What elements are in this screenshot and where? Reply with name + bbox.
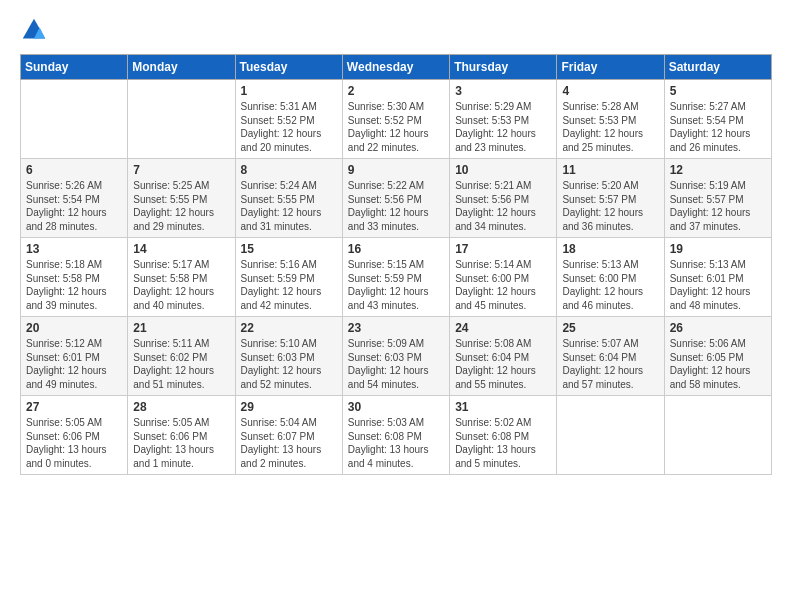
calendar-table: SundayMondayTuesdayWednesdayThursdayFrid… bbox=[20, 54, 772, 475]
day-number: 1 bbox=[241, 84, 337, 98]
calendar-cell: 22Sunrise: 5:10 AM Sunset: 6:03 PM Dayli… bbox=[235, 317, 342, 396]
calendar-week-4: 27Sunrise: 5:05 AM Sunset: 6:06 PM Dayli… bbox=[21, 396, 772, 475]
day-number: 7 bbox=[133, 163, 229, 177]
day-number: 15 bbox=[241, 242, 337, 256]
day-info: Sunrise: 5:20 AM Sunset: 5:57 PM Dayligh… bbox=[562, 179, 658, 233]
calendar-week-0: 1Sunrise: 5:31 AM Sunset: 5:52 PM Daylig… bbox=[21, 80, 772, 159]
day-info: Sunrise: 5:19 AM Sunset: 5:57 PM Dayligh… bbox=[670, 179, 766, 233]
day-info: Sunrise: 5:28 AM Sunset: 5:53 PM Dayligh… bbox=[562, 100, 658, 154]
header-cell-sunday: Sunday bbox=[21, 55, 128, 80]
day-info: Sunrise: 5:02 AM Sunset: 6:08 PM Dayligh… bbox=[455, 416, 551, 470]
calendar-cell: 11Sunrise: 5:20 AM Sunset: 5:57 PM Dayli… bbox=[557, 159, 664, 238]
day-number: 13 bbox=[26, 242, 122, 256]
day-number: 5 bbox=[670, 84, 766, 98]
day-info: Sunrise: 5:14 AM Sunset: 6:00 PM Dayligh… bbox=[455, 258, 551, 312]
day-info: Sunrise: 5:05 AM Sunset: 6:06 PM Dayligh… bbox=[26, 416, 122, 470]
day-info: Sunrise: 5:07 AM Sunset: 6:04 PM Dayligh… bbox=[562, 337, 658, 391]
day-info: Sunrise: 5:10 AM Sunset: 6:03 PM Dayligh… bbox=[241, 337, 337, 391]
day-number: 10 bbox=[455, 163, 551, 177]
calendar-body: 1Sunrise: 5:31 AM Sunset: 5:52 PM Daylig… bbox=[21, 80, 772, 475]
day-info: Sunrise: 5:27 AM Sunset: 5:54 PM Dayligh… bbox=[670, 100, 766, 154]
day-info: Sunrise: 5:22 AM Sunset: 5:56 PM Dayligh… bbox=[348, 179, 444, 233]
calendar-cell: 2Sunrise: 5:30 AM Sunset: 5:52 PM Daylig… bbox=[342, 80, 449, 159]
day-info: Sunrise: 5:08 AM Sunset: 6:04 PM Dayligh… bbox=[455, 337, 551, 391]
day-info: Sunrise: 5:29 AM Sunset: 5:53 PM Dayligh… bbox=[455, 100, 551, 154]
day-number: 4 bbox=[562, 84, 658, 98]
calendar-week-3: 20Sunrise: 5:12 AM Sunset: 6:01 PM Dayli… bbox=[21, 317, 772, 396]
calendar-cell: 30Sunrise: 5:03 AM Sunset: 6:08 PM Dayli… bbox=[342, 396, 449, 475]
page: SundayMondayTuesdayWednesdayThursdayFrid… bbox=[0, 0, 792, 485]
calendar-cell: 12Sunrise: 5:19 AM Sunset: 5:57 PM Dayli… bbox=[664, 159, 771, 238]
day-number: 21 bbox=[133, 321, 229, 335]
calendar-cell: 25Sunrise: 5:07 AM Sunset: 6:04 PM Dayli… bbox=[557, 317, 664, 396]
calendar-cell: 29Sunrise: 5:04 AM Sunset: 6:07 PM Dayli… bbox=[235, 396, 342, 475]
header bbox=[20, 16, 772, 44]
day-info: Sunrise: 5:04 AM Sunset: 6:07 PM Dayligh… bbox=[241, 416, 337, 470]
header-cell-wednesday: Wednesday bbox=[342, 55, 449, 80]
header-cell-thursday: Thursday bbox=[450, 55, 557, 80]
day-info: Sunrise: 5:12 AM Sunset: 6:01 PM Dayligh… bbox=[26, 337, 122, 391]
day-info: Sunrise: 5:09 AM Sunset: 6:03 PM Dayligh… bbox=[348, 337, 444, 391]
calendar-cell: 17Sunrise: 5:14 AM Sunset: 6:00 PM Dayli… bbox=[450, 238, 557, 317]
day-number: 25 bbox=[562, 321, 658, 335]
calendar-cell: 5Sunrise: 5:27 AM Sunset: 5:54 PM Daylig… bbox=[664, 80, 771, 159]
day-number: 19 bbox=[670, 242, 766, 256]
day-info: Sunrise: 5:16 AM Sunset: 5:59 PM Dayligh… bbox=[241, 258, 337, 312]
day-info: Sunrise: 5:06 AM Sunset: 6:05 PM Dayligh… bbox=[670, 337, 766, 391]
calendar-cell: 4Sunrise: 5:28 AM Sunset: 5:53 PM Daylig… bbox=[557, 80, 664, 159]
header-cell-tuesday: Tuesday bbox=[235, 55, 342, 80]
day-info: Sunrise: 5:17 AM Sunset: 5:58 PM Dayligh… bbox=[133, 258, 229, 312]
day-number: 28 bbox=[133, 400, 229, 414]
calendar-cell: 16Sunrise: 5:15 AM Sunset: 5:59 PM Dayli… bbox=[342, 238, 449, 317]
calendar-cell: 26Sunrise: 5:06 AM Sunset: 6:05 PM Dayli… bbox=[664, 317, 771, 396]
calendar-cell: 24Sunrise: 5:08 AM Sunset: 6:04 PM Dayli… bbox=[450, 317, 557, 396]
day-info: Sunrise: 5:15 AM Sunset: 5:59 PM Dayligh… bbox=[348, 258, 444, 312]
day-info: Sunrise: 5:26 AM Sunset: 5:54 PM Dayligh… bbox=[26, 179, 122, 233]
day-number: 20 bbox=[26, 321, 122, 335]
day-info: Sunrise: 5:24 AM Sunset: 5:55 PM Dayligh… bbox=[241, 179, 337, 233]
day-info: Sunrise: 5:05 AM Sunset: 6:06 PM Dayligh… bbox=[133, 416, 229, 470]
day-number: 2 bbox=[348, 84, 444, 98]
header-row: SundayMondayTuesdayWednesdayThursdayFrid… bbox=[21, 55, 772, 80]
header-cell-monday: Monday bbox=[128, 55, 235, 80]
calendar-cell: 15Sunrise: 5:16 AM Sunset: 5:59 PM Dayli… bbox=[235, 238, 342, 317]
day-info: Sunrise: 5:25 AM Sunset: 5:55 PM Dayligh… bbox=[133, 179, 229, 233]
calendar-week-1: 6Sunrise: 5:26 AM Sunset: 5:54 PM Daylig… bbox=[21, 159, 772, 238]
calendar-cell: 21Sunrise: 5:11 AM Sunset: 6:02 PM Dayli… bbox=[128, 317, 235, 396]
calendar-cell: 28Sunrise: 5:05 AM Sunset: 6:06 PM Dayli… bbox=[128, 396, 235, 475]
calendar-cell: 13Sunrise: 5:18 AM Sunset: 5:58 PM Dayli… bbox=[21, 238, 128, 317]
calendar-cell: 9Sunrise: 5:22 AM Sunset: 5:56 PM Daylig… bbox=[342, 159, 449, 238]
day-number: 8 bbox=[241, 163, 337, 177]
day-info: Sunrise: 5:03 AM Sunset: 6:08 PM Dayligh… bbox=[348, 416, 444, 470]
calendar-cell: 8Sunrise: 5:24 AM Sunset: 5:55 PM Daylig… bbox=[235, 159, 342, 238]
calendar-cell: 10Sunrise: 5:21 AM Sunset: 5:56 PM Dayli… bbox=[450, 159, 557, 238]
day-number: 3 bbox=[455, 84, 551, 98]
day-number: 22 bbox=[241, 321, 337, 335]
day-info: Sunrise: 5:11 AM Sunset: 6:02 PM Dayligh… bbox=[133, 337, 229, 391]
day-number: 24 bbox=[455, 321, 551, 335]
day-number: 27 bbox=[26, 400, 122, 414]
calendar-cell: 1Sunrise: 5:31 AM Sunset: 5:52 PM Daylig… bbox=[235, 80, 342, 159]
calendar-cell: 27Sunrise: 5:05 AM Sunset: 6:06 PM Dayli… bbox=[21, 396, 128, 475]
calendar-cell: 7Sunrise: 5:25 AM Sunset: 5:55 PM Daylig… bbox=[128, 159, 235, 238]
day-number: 18 bbox=[562, 242, 658, 256]
day-number: 12 bbox=[670, 163, 766, 177]
day-number: 29 bbox=[241, 400, 337, 414]
logo-icon bbox=[20, 16, 48, 44]
calendar-cell: 31Sunrise: 5:02 AM Sunset: 6:08 PM Dayli… bbox=[450, 396, 557, 475]
calendar-cell: 18Sunrise: 5:13 AM Sunset: 6:00 PM Dayli… bbox=[557, 238, 664, 317]
calendar-cell: 6Sunrise: 5:26 AM Sunset: 5:54 PM Daylig… bbox=[21, 159, 128, 238]
calendar-cell: 3Sunrise: 5:29 AM Sunset: 5:53 PM Daylig… bbox=[450, 80, 557, 159]
logo bbox=[20, 16, 52, 44]
day-info: Sunrise: 5:13 AM Sunset: 6:00 PM Dayligh… bbox=[562, 258, 658, 312]
day-number: 31 bbox=[455, 400, 551, 414]
header-cell-friday: Friday bbox=[557, 55, 664, 80]
day-info: Sunrise: 5:21 AM Sunset: 5:56 PM Dayligh… bbox=[455, 179, 551, 233]
day-info: Sunrise: 5:31 AM Sunset: 5:52 PM Dayligh… bbox=[241, 100, 337, 154]
day-info: Sunrise: 5:30 AM Sunset: 5:52 PM Dayligh… bbox=[348, 100, 444, 154]
calendar-cell bbox=[557, 396, 664, 475]
day-number: 11 bbox=[562, 163, 658, 177]
day-number: 30 bbox=[348, 400, 444, 414]
day-number: 17 bbox=[455, 242, 551, 256]
calendar-week-2: 13Sunrise: 5:18 AM Sunset: 5:58 PM Dayli… bbox=[21, 238, 772, 317]
